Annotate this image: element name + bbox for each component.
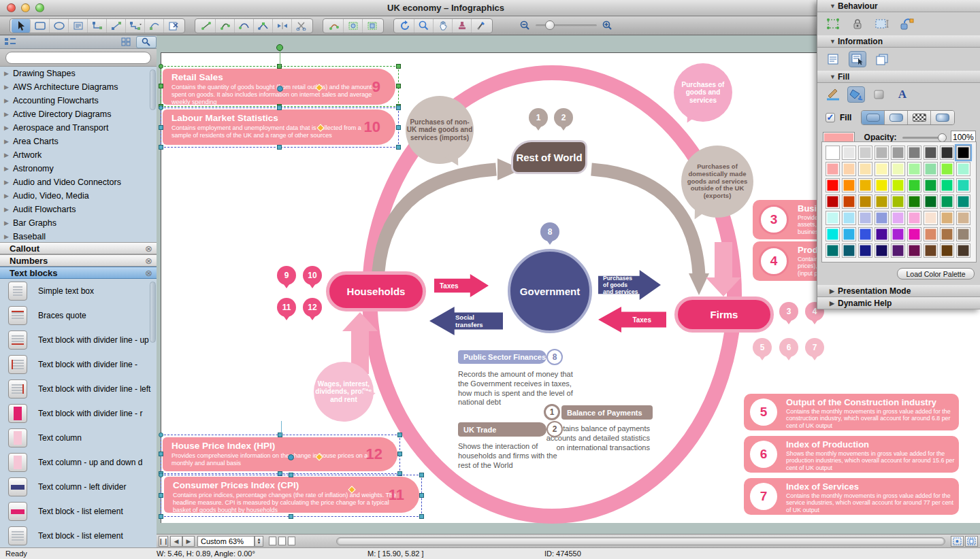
shape-list-item[interactable]: Text column - up and down d (0, 450, 157, 475)
palette-swatch[interactable] (842, 227, 856, 241)
palette-swatch[interactable] (907, 227, 921, 241)
psf-description[interactable]: Records the amount of money that the Gov… (458, 370, 579, 407)
households-node[interactable]: Households (326, 271, 426, 311)
page-tab[interactable] (269, 537, 276, 545)
palette-swatch[interactable] (956, 227, 970, 241)
pin-1[interactable]: 1 (529, 108, 548, 127)
fit-page-button[interactable] (951, 536, 964, 547)
arc-tool-button[interactable] (216, 19, 235, 33)
palette-swatch[interactable] (858, 243, 872, 258)
index-callout[interactable]: 5 Output of the Construction industry Co… (744, 394, 959, 430)
shape-list-item[interactable]: Text block with divider line - up (0, 328, 157, 352)
library-item[interactable]: ▶Drawing Shapes (0, 67, 157, 80)
palette-swatch[interactable] (956, 178, 970, 192)
disclosure-triangle-icon[interactable]: ▶ (4, 70, 13, 77)
library-item[interactable]: ▶Audio and Video Connectors (0, 175, 157, 189)
selection-behavior-icon[interactable] (824, 16, 842, 32)
palette-swatch[interactable] (924, 146, 938, 160)
palette-swatch[interactable] (826, 146, 840, 160)
zoom-slider[interactable] (536, 24, 597, 27)
fit-selection-button[interactable] (965, 536, 978, 547)
pin-9[interactable]: 9 (277, 266, 296, 285)
shadow-icon[interactable] (870, 86, 888, 103)
fill-section-header[interactable]: ▼Fill (817, 71, 980, 83)
hint-cursor-icon[interactable] (849, 51, 866, 67)
zoom-stepper[interactable]: ▲▼ (255, 536, 263, 547)
pin-11[interactable]: 11 (277, 298, 296, 317)
disclosure-triangle-icon[interactable]: ▶ (4, 138, 13, 145)
reshape-tool-button[interactable] (254, 19, 273, 33)
palette-swatch[interactable] (875, 243, 889, 258)
fill-bucket-icon[interactable] (847, 86, 865, 103)
palette-swatch[interactable] (826, 211, 840, 225)
eyedropper-tool-button[interactable] (472, 19, 491, 33)
library-item[interactable]: ▶Artwork (0, 148, 157, 162)
palette-swatch[interactable] (826, 194, 840, 209)
pin-5[interactable]: 5 (753, 338, 772, 357)
split-tool-button[interactable] (273, 19, 292, 33)
library-item[interactable]: ▶Baseball (0, 230, 157, 242)
library-item[interactable]: ▶Aerospace and Transport (0, 121, 157, 135)
palette-swatch[interactable] (940, 178, 954, 192)
balance-of-payments-bar[interactable]: Balance of Payments (561, 405, 653, 420)
direct-connector-tool-button[interactable] (107, 19, 126, 33)
gradient-fill-segment[interactable] (885, 111, 908, 124)
fill-checkbox[interactable]: ✓ (826, 113, 835, 122)
line-tool-button[interactable] (197, 19, 216, 33)
section-header-callout[interactable]: Callout⊗ (0, 242, 157, 254)
palette-swatch[interactable] (858, 194, 872, 209)
close-section-icon[interactable]: ⊗ (145, 256, 152, 266)
rotation-handle[interactable] (276, 44, 283, 51)
palette-swatch[interactable] (891, 146, 905, 160)
palette-swatch[interactable] (875, 194, 889, 209)
horizontal-scrollbar[interactable] (336, 537, 945, 545)
index-callout[interactable]: 7 Index of Services Contains the monthly… (744, 478, 959, 515)
delete-shape-button[interactable] (164, 19, 183, 33)
load-color-palette-button[interactable]: Load Color Palette (897, 268, 975, 280)
palette-swatch[interactable] (858, 211, 872, 225)
palette-swatch[interactable] (907, 162, 921, 176)
disclosure-triangle-icon[interactable]: ▶ (4, 220, 13, 226)
library-scrollbar[interactable] (150, 69, 156, 110)
select-tool-button[interactable] (12, 19, 31, 33)
palette-swatch[interactable] (891, 178, 905, 192)
prev-page-button[interactable]: ◀ (170, 536, 182, 547)
library-item[interactable]: ▶Audio, Video, Media (0, 189, 157, 203)
palette-swatch[interactable] (907, 243, 921, 258)
palette-swatch[interactable] (891, 227, 905, 241)
library-item[interactable]: ▶Accounting Flowcharts (0, 94, 157, 107)
rectangle-tool-button[interactable] (31, 19, 50, 33)
palette-swatch[interactable] (826, 243, 840, 258)
library-item[interactable]: ▶Active Directory Diagrams (0, 107, 157, 121)
presentation-mode-header[interactable]: ▶Presentation Mode (817, 285, 980, 297)
palette-swatch[interactable] (875, 162, 889, 176)
opacity-slider-knob[interactable] (938, 133, 947, 142)
palette-swatch[interactable] (842, 243, 856, 258)
reshape-points-button[interactable] (325, 19, 344, 33)
next-page-button[interactable]: ▶ (182, 536, 195, 547)
palette-swatch[interactable] (858, 146, 872, 160)
page-tab[interactable] (288, 537, 295, 545)
shape-list-item[interactable]: Simple text box (0, 279, 157, 303)
disclosure-triangle-icon[interactable]: ▶ (4, 124, 13, 131)
pin-3[interactable]: 3 (779, 302, 798, 321)
labour-market-callout[interactable]: Labour Market Statistics Contains employ… (163, 109, 395, 145)
palette-swatch[interactable] (956, 162, 970, 176)
section-header-textblocks[interactable]: Text blocks⊗ (0, 267, 157, 279)
palette-swatch[interactable] (875, 178, 889, 192)
text-tool-button[interactable] (69, 19, 88, 33)
ellipse-tool-button[interactable] (50, 19, 69, 33)
palette-swatch[interactable] (924, 211, 938, 225)
disclosure-triangle-icon[interactable]: ▶ (4, 152, 13, 158)
shape-list-item[interactable]: Text column (0, 426, 157, 450)
house-price-index-callout[interactable]: House Price Index (HPI) Provides compreh… (163, 437, 397, 471)
shape-list-item[interactable]: Text block - list element (0, 499, 157, 524)
resize-behavior-icon[interactable] (873, 16, 891, 32)
group-select-button[interactable] (363, 19, 382, 33)
lock-icon[interactable] (849, 16, 866, 32)
wages-bubble[interactable]: Wages, interest, dividends, profits and … (314, 362, 374, 422)
palette-swatch[interactable] (842, 162, 856, 176)
palette-swatch[interactable] (924, 178, 938, 192)
palette-swatch[interactable] (875, 227, 889, 241)
library-item[interactable]: ▶Audit Flowcharts (0, 203, 157, 216)
